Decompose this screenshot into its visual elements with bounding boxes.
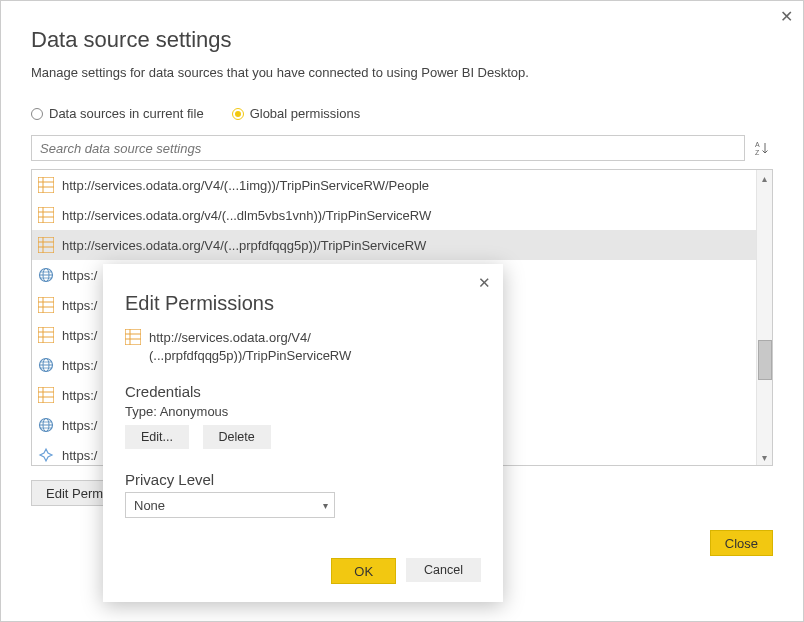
source-url: http://services.odata.org/V4/ (...prpfdf…	[149, 329, 351, 365]
list-item[interactable]: http://services.odata.org/V4/(...prpfdfq…	[32, 230, 772, 260]
web-icon	[38, 417, 54, 433]
cancel-button[interactable]: Cancel	[406, 558, 481, 582]
odata-icon	[38, 387, 54, 403]
ok-button[interactable]: OK	[331, 558, 396, 584]
radio-label: Data sources in current file	[49, 106, 204, 121]
list-item-label: https:/	[62, 418, 97, 433]
svg-rect-2	[38, 177, 54, 193]
api-icon	[38, 447, 54, 463]
list-item-label: https:/	[62, 388, 97, 403]
close-button[interactable]: Close	[710, 530, 773, 556]
list-item-label: http://services.odata.org/V4/(...1img))/…	[62, 178, 429, 193]
svg-rect-23	[38, 327, 54, 343]
odata-icon	[38, 327, 54, 343]
svg-rect-32	[38, 387, 54, 403]
svg-rect-10	[38, 237, 54, 253]
scroll-down-icon[interactable]: ▾	[757, 449, 772, 465]
svg-rect-19	[38, 297, 54, 313]
chevron-down-icon: ▾	[323, 500, 328, 511]
scroll-thumb[interactable]	[758, 340, 772, 380]
odata-icon	[38, 177, 54, 193]
radio-current-file[interactable]: Data sources in current file	[31, 106, 204, 121]
odata-icon	[38, 207, 54, 223]
credentials-heading: Credentials	[125, 383, 481, 400]
odata-icon	[125, 329, 141, 348]
sort-icon[interactable]: A Z	[751, 135, 773, 161]
list-item-label: https:/	[62, 328, 97, 343]
edit-permissions-dialog: ✕ Edit Permissions http://services.odata…	[103, 264, 503, 602]
web-icon	[38, 267, 54, 283]
search-input[interactable]	[31, 135, 745, 161]
search-row: A Z	[31, 135, 773, 161]
odata-icon	[38, 237, 54, 253]
list-item-label: https:/	[62, 448, 97, 463]
scrollbar[interactable]: ▴ ▾	[756, 170, 772, 465]
page-subtitle: Manage settings for data sources that yo…	[31, 65, 773, 80]
privacy-level-select[interactable]: None ▾	[125, 492, 335, 518]
credentials-type: Type: Anonymous	[125, 404, 481, 419]
source-display: http://services.odata.org/V4/ (...prpfdf…	[125, 329, 481, 365]
close-icon[interactable]: ✕	[478, 274, 491, 292]
privacy-heading: Privacy Level	[125, 471, 481, 488]
list-item-label: https:/	[62, 358, 97, 373]
close-icon[interactable]: ✕	[780, 7, 793, 26]
list-item[interactable]: http://services.odata.org/V4/(...1img))/…	[32, 170, 772, 200]
list-item-label: http://services.odata.org/V4/(...prpfdfq…	[62, 238, 426, 253]
page-title: Data source settings	[31, 27, 773, 53]
radio-icon	[232, 108, 244, 120]
radio-global-permissions[interactable]: Global permissions	[232, 106, 361, 121]
scroll-up-icon[interactable]: ▴	[757, 170, 772, 186]
credentials-edit-button[interactable]: Edit...	[125, 425, 189, 449]
dialog-title: Edit Permissions	[125, 292, 481, 315]
svg-rect-6	[38, 207, 54, 223]
svg-text:A: A	[755, 141, 760, 148]
radio-icon	[31, 108, 43, 120]
svg-rect-41	[125, 329, 141, 345]
dialog-footer: OK Cancel	[331, 558, 481, 584]
scope-radio-group: Data sources in current file Global perm…	[31, 106, 773, 121]
web-icon	[38, 357, 54, 373]
select-value: None	[134, 498, 165, 513]
odata-icon	[38, 297, 54, 313]
list-item-label: https:/	[62, 268, 97, 283]
radio-label: Global permissions	[250, 106, 361, 121]
credentials-delete-button[interactable]: Delete	[203, 425, 271, 449]
list-item-label: http://services.odata.org/v4/(...dlm5vbs…	[62, 208, 431, 223]
svg-text:Z: Z	[755, 149, 760, 156]
list-item-label: https:/	[62, 298, 97, 313]
list-item[interactable]: http://services.odata.org/v4/(...dlm5vbs…	[32, 200, 772, 230]
